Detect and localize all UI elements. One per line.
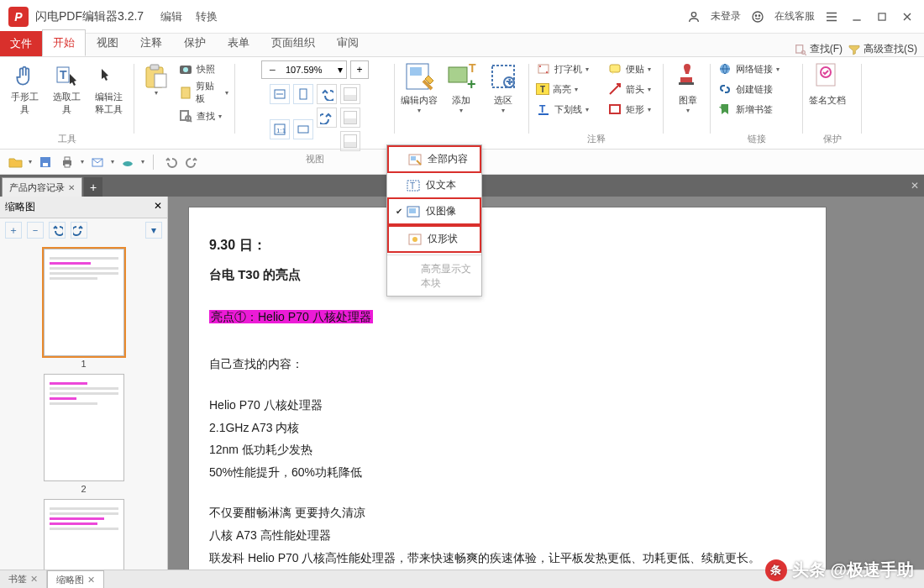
thumb-menu[interactable]: ▾ (145, 222, 162, 239)
dropdown-shape[interactable]: 仅形状 (387, 225, 481, 253)
rect-button[interactable]: 矩形▾ (606, 101, 659, 118)
group-label-tools: 工具 (5, 131, 129, 145)
edit-anno-tool[interactable]: 编辑注释工具 (89, 60, 128, 118)
login-status[interactable]: 未登录 (711, 9, 741, 24)
new-tab-button[interactable]: + (84, 177, 102, 197)
qt-mail-icon[interactable] (89, 154, 106, 171)
add-button[interactable]: T+添加▾ (442, 60, 480, 114)
tab-pageorg[interactable]: 页面组织 (260, 29, 326, 56)
edit-content-button[interactable]: 编辑内容▾ (400, 60, 438, 114)
dropdown-image[interactable]: 仅图像 (387, 197, 481, 225)
hamburger-icon[interactable] (823, 8, 840, 25)
online-service[interactable]: 在线客服 (774, 9, 815, 24)
select-zone-button[interactable]: +选区▾ (484, 60, 522, 114)
qt-save-icon[interactable] (37, 154, 54, 171)
paste-button[interactable]: ▾ (139, 60, 173, 98)
qt-open-icon[interactable] (7, 154, 24, 171)
close-doc-icon[interactable]: ✕ (68, 183, 75, 192)
thumb-rot-right[interactable] (71, 222, 87, 239)
menu-edit[interactable]: 编辑 (157, 8, 186, 26)
svg-rect-11 (155, 74, 166, 87)
dropdown-text[interactable]: T仅文本 (387, 173, 481, 197)
hand-tool[interactable]: 手形工具 (5, 60, 44, 118)
makelink-button[interactable]: 创建链接 (716, 81, 798, 97)
layout-icon-1[interactable] (340, 84, 360, 104)
zoom-out[interactable]: − (262, 63, 282, 76)
group-label-link: 链接 (716, 131, 798, 145)
search-button[interactable]: 查找 ▾ (176, 108, 230, 124)
menu-convert[interactable]: 转换 (192, 8, 221, 26)
fit-visible-icon[interactable] (293, 119, 313, 139)
app-title: 闪电PDF编辑器3.2.7 (35, 9, 144, 24)
svg-text:T: T (410, 181, 415, 191)
thumbnail-3[interactable]: 3 (44, 499, 124, 570)
group-label-view: 视图 (240, 151, 390, 165)
tab-form[interactable]: 表单 (217, 29, 260, 56)
maximize-button[interactable] (874, 8, 890, 25)
dropdown-all[interactable]: 全部内容 (387, 145, 481, 173)
underline-button[interactable]: T下划线▾ (534, 101, 597, 118)
thumbnail-2[interactable]: 2 (44, 374, 124, 494)
highlight-button[interactable]: T高亮▾ (534, 81, 597, 97)
thumb-rot-left[interactable] (49, 222, 66, 239)
fit-page-icon[interactable] (293, 84, 313, 104)
arrow-button[interactable]: 箭头▾ (606, 81, 659, 97)
rotate-left-icon[interactable] (317, 84, 337, 104)
zoom-in[interactable]: + (350, 60, 369, 79)
sign-button[interactable]: 签名文档 (808, 60, 847, 107)
tabstrip-close-icon[interactable]: ✕ (906, 175, 924, 197)
svg-rect-50 (43, 163, 48, 166)
panel-tab-thumbs[interactable]: 缩略图✕ (47, 570, 104, 588)
svg-rect-18 (300, 89, 307, 99)
svg-rect-52 (65, 157, 70, 160)
rotate-right-icon[interactable] (317, 108, 337, 128)
smile-icon (749, 8, 766, 25)
tab-file[interactable]: 文件 (0, 31, 42, 56)
tab-annotate[interactable]: 注释 (129, 29, 173, 56)
group-label-protect: 保护 (808, 131, 857, 145)
thumbnail-1[interactable]: 1 (44, 249, 124, 369)
panel-tab-bookmarks[interactable]: 书签✕ (0, 570, 47, 588)
svg-text:+: + (719, 102, 724, 112)
stamp-button[interactable]: 图章▾ (669, 60, 707, 114)
group-label-anno: 注释 (534, 131, 659, 145)
svg-text:T: T (469, 61, 476, 75)
svg-rect-33 (610, 65, 620, 72)
clipboard-button[interactable]: 剪贴板 ▾ (176, 79, 230, 106)
sidebar-close-icon[interactable]: ✕ (154, 200, 162, 214)
thumb-zoom-in[interactable]: ＋ (5, 222, 22, 239)
tab-protect[interactable]: 保护 (173, 29, 217, 56)
tab-view[interactable]: 视图 (86, 29, 129, 56)
dropdown-highlight-text: 高亮显示文本块 (387, 257, 481, 296)
qt-print-icon[interactable] (59, 154, 76, 171)
zoom-dropdown[interactable]: ▾ (334, 64, 346, 76)
qt-redo-icon[interactable] (184, 154, 201, 171)
typewriter-button[interactable]: 打字机▾ (534, 60, 597, 77)
tab-start[interactable]: 开始 (42, 29, 86, 56)
minimize-button[interactable] (848, 8, 865, 25)
tab-review[interactable]: 审阅 (326, 29, 370, 56)
edit-content-dropdown: 全部内容 T仅文本 仅图像 仅形状 高亮显示文本块 (386, 144, 482, 297)
snapshot-button[interactable]: 快照 (176, 60, 230, 77)
actual-size-icon[interactable]: 1:1 (270, 119, 290, 139)
svg-text:+: + (507, 76, 512, 88)
thumb-zoom-out[interactable]: － (27, 222, 44, 239)
svg-point-32 (546, 71, 548, 73)
sticky-note-button[interactable]: 便贴▾ (606, 60, 659, 77)
close-button[interactable] (899, 8, 916, 25)
select-tool[interactable]: T选取工具 (47, 60, 86, 118)
document-viewport[interactable]: 9.30 日： 台电 T30 的亮点 亮点①：Helio P70 八核处理器 自… (168, 197, 924, 570)
qt-undo-icon[interactable] (162, 154, 179, 171)
document-tab[interactable]: 产品内容记录✕ (2, 177, 82, 197)
fit-width-icon[interactable] (270, 84, 290, 104)
bookmark-button[interactable]: +新增书签 (716, 101, 798, 118)
weblink-button[interactable]: 网络链接▾ (716, 60, 798, 77)
find-button[interactable]: 查找(F) (794, 42, 843, 56)
layout-icon-3[interactable] (340, 131, 360, 151)
page-content: 9.30 日： 台电 T30 的亮点 亮点①：Helio P70 八核处理器 自… (188, 207, 827, 570)
qt-scan-icon[interactable] (119, 154, 136, 171)
zoom-value[interactable]: 107.59% (282, 65, 334, 75)
adv-find-button[interactable]: 高级查找(S) (848, 42, 917, 56)
svg-text:1:1: 1:1 (276, 127, 286, 134)
layout-icon-2[interactable] (340, 108, 360, 128)
